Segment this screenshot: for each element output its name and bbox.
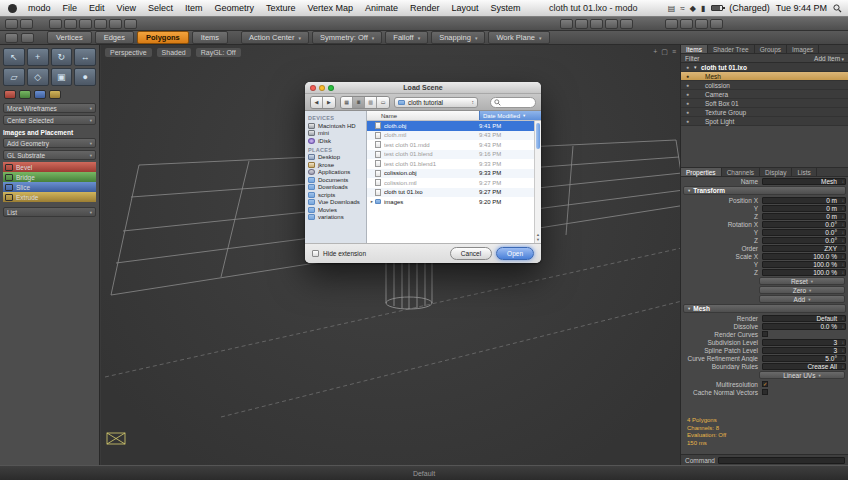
toolbar-icon-button[interactable] xyxy=(21,33,34,43)
tool-icon-button[interactable]: ↖ xyxy=(3,48,25,66)
file-row[interactable]: ▸ test cloth 01.blend 9:16 PM xyxy=(367,150,534,160)
file-row[interactable]: ▸ test cloth 01.mdd 9:43 PM xyxy=(367,140,534,150)
name-field[interactable]: Mesh xyxy=(762,178,846,185)
minimize-icon[interactable] xyxy=(319,85,325,91)
value-field[interactable]: 0 m xyxy=(762,213,846,220)
sidebar-place-item[interactable]: Desktop xyxy=(308,154,366,162)
file-row[interactable]: ▸ cloth tut 01.lxo 9:27 PM xyxy=(367,188,534,198)
toolbar-icon-button[interactable] xyxy=(590,19,603,29)
viewport-camera-dropdown[interactable]: Perspective xyxy=(105,48,152,57)
toolbar-icon-button[interactable] xyxy=(49,19,62,29)
item-panel-tab[interactable]: Items xyxy=(681,45,708,53)
selection-mode-button[interactable]: Vertices xyxy=(47,31,92,44)
value-field[interactable]: 0.0° xyxy=(762,237,846,244)
close-icon[interactable] xyxy=(310,85,316,91)
value-field[interactable]: 0 m xyxy=(762,197,846,204)
mesh-section-header[interactable]: Mesh xyxy=(683,304,846,313)
toolbar-icon-button[interactable] xyxy=(94,19,107,29)
value-field[interactable]: 0.0° xyxy=(762,229,846,236)
list-section-header[interactable]: List xyxy=(3,207,96,217)
toolbar-icon-button[interactable] xyxy=(560,19,573,29)
value-field[interactable]: 100.0 % xyxy=(762,253,846,260)
transform-section-header[interactable]: Transform xyxy=(683,186,846,195)
visibility-eye-icon[interactable]: ● xyxy=(684,73,691,79)
transform-action-button[interactable]: Add xyxy=(759,295,845,303)
sidebar-place-item[interactable]: Documents xyxy=(308,176,366,184)
sidebar-place-item[interactable]: Applications xyxy=(308,169,366,177)
column-view-button[interactable]: ▥ xyxy=(365,97,377,108)
menu-extra-icon[interactable]: ≈ xyxy=(680,4,684,13)
viewport-minimize-icon[interactable]: + xyxy=(653,48,657,56)
transform-action-button[interactable]: Zero xyxy=(759,286,845,294)
sidebar-device-item[interactable]: Macintosh HD xyxy=(308,122,366,130)
checkbox[interactable] xyxy=(762,389,768,395)
sidebar-place-item[interactable]: variations xyxy=(308,214,366,222)
toolbar-icon-button[interactable] xyxy=(605,19,618,29)
toolbar-icon-button[interactable] xyxy=(109,19,122,29)
sidebar-place-item[interactable]: Vue Downloads xyxy=(308,199,366,207)
item-list-row[interactable]: ● ▾ cloth tut 01.lxo xyxy=(681,63,848,72)
tool-button[interactable]: Extrude xyxy=(3,192,96,202)
expand-triangle-icon[interactable]: ▾ xyxy=(694,64,697,70)
menubar-menu-item[interactable]: Layout xyxy=(446,3,485,13)
toolbar-icon-button[interactable] xyxy=(5,19,18,29)
toolbar-icon-button[interactable] xyxy=(124,19,137,29)
coverflow-view-button[interactable]: ▭ xyxy=(377,97,389,108)
toolbar-icon-button[interactable] xyxy=(64,19,77,29)
tool-button[interactable]: Slice xyxy=(3,182,96,192)
properties-tab[interactable]: Display xyxy=(760,168,792,176)
search-input[interactable] xyxy=(490,97,536,108)
tool-icon-button[interactable]: ◇ xyxy=(27,68,49,86)
menubar-menu-item[interactable]: modo xyxy=(22,3,57,13)
item-panel-tab[interactable]: Groups xyxy=(755,45,787,53)
file-row[interactable]: ▸ colission.mtl 9:27 PM xyxy=(367,178,534,188)
item-list-row[interactable]: ● ▾ Texture Group xyxy=(681,108,848,117)
menu-extra-icon[interactable]: ▤ xyxy=(668,4,676,13)
cancel-button[interactable]: Cancel xyxy=(450,247,492,260)
value-field[interactable]: ZXY xyxy=(762,245,846,252)
menubar-menu-item[interactable]: Render xyxy=(404,3,446,13)
item-list-row[interactable]: ● ▾ colission xyxy=(681,81,848,90)
menubar-menu-item[interactable]: Item xyxy=(179,3,209,13)
selection-mode-button[interactable]: Edges xyxy=(95,31,134,44)
tool-icon-button[interactable]: + xyxy=(27,48,49,66)
toolbar-icon-button[interactable] xyxy=(665,19,678,29)
menubar-menu-item[interactable]: Texture xyxy=(260,3,302,13)
file-row[interactable]: ▸ test cloth 01.blend1 9:33 PM xyxy=(367,159,534,169)
tool-dropdown[interactable]: GL Substrate xyxy=(3,150,96,160)
item-list-row[interactable]: ● ▾ Camera xyxy=(681,90,848,99)
file-row[interactable]: ▸ cloth.mtl 9:43 PM xyxy=(367,131,534,141)
zoom-icon[interactable] xyxy=(328,85,334,91)
apple-menu-icon[interactable] xyxy=(8,4,17,13)
value-field[interactable]: 5.0° xyxy=(762,355,846,362)
spotlight-icon[interactable] xyxy=(833,4,842,13)
checkbox[interactable] xyxy=(762,381,768,387)
toolbar-icon-button[interactable] xyxy=(5,33,18,43)
menubar-menu-item[interactable]: File xyxy=(57,3,84,13)
sidebar-place-item[interactable]: scripts xyxy=(308,191,366,199)
toolbar-icon-button[interactable] xyxy=(20,19,33,29)
properties-tab[interactable]: Properties xyxy=(681,168,722,176)
date-modified-column-header[interactable]: Date Modified xyxy=(479,111,541,120)
sidebar-place-item[interactable]: Downloads xyxy=(308,184,366,192)
toolbar-icon-button[interactable] xyxy=(575,19,588,29)
viewport-grid-icon[interactable]: ▢ xyxy=(661,48,668,56)
visibility-eye-icon[interactable]: ● xyxy=(684,118,691,124)
file-row[interactable]: ▸ cloth.obj 9:41 PM xyxy=(367,121,534,131)
value-field[interactable]: 100.0 % xyxy=(762,261,846,268)
menu-extra-icon[interactable]: ▮ xyxy=(701,4,705,13)
selection-mode-button[interactable]: Polygons xyxy=(137,31,189,44)
transform-action-button[interactable]: Reset xyxy=(759,277,845,285)
tool-category-icon[interactable] xyxy=(19,90,31,99)
command-input[interactable] xyxy=(718,457,845,464)
properties-tab[interactable]: Channels xyxy=(722,168,760,176)
icon-view-button[interactable]: ▦ xyxy=(341,97,353,108)
item-panel-tab[interactable]: Shader Tree xyxy=(708,45,755,53)
sidebar-place-item[interactable]: jkrose xyxy=(308,161,366,169)
tool-icon-button[interactable]: ↔ xyxy=(74,48,96,66)
tool-icon-button[interactable]: ▣ xyxy=(51,68,73,86)
item-panel-tab[interactable]: Images xyxy=(787,45,819,53)
menubar-menu-item[interactable]: Animate xyxy=(359,3,404,13)
tool-icon-button[interactable]: ▱ xyxy=(3,68,25,86)
menubar-menu-item[interactable]: Select xyxy=(142,3,179,13)
